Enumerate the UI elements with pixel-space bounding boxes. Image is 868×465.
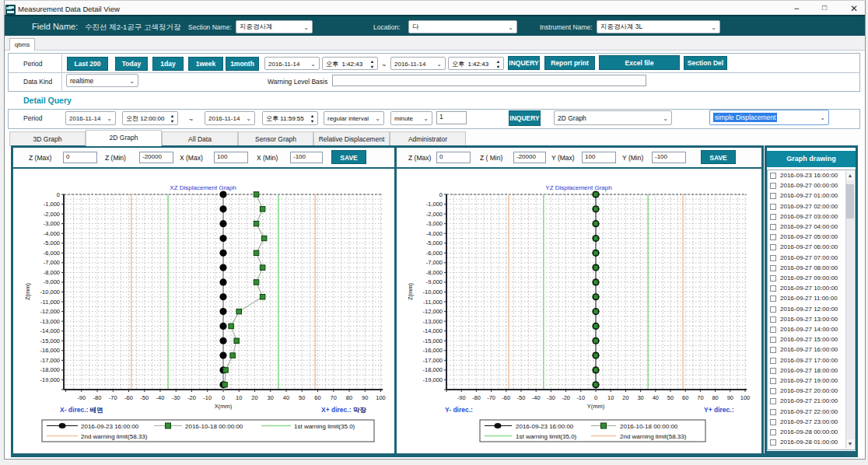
svg-text:-2,000: -2,000	[44, 211, 60, 218]
svg-text:-8,000: -8,000	[426, 269, 443, 276]
svg-text:-70: -70	[109, 394, 117, 401]
svg-text:-15,000: -15,000	[40, 337, 60, 344]
svg-text:-19,000: -19,000	[423, 376, 443, 383]
svg-text:-9,000: -9,000	[44, 278, 60, 285]
svg-text:100: 100	[376, 394, 386, 401]
svg-text:YZ Displacement Graph: YZ Displacement Graph	[545, 184, 611, 191]
svg-text:2016-09-23 16:00:00: 2016-09-23 16:00:00	[516, 423, 574, 430]
svg-text:-14,000: -14,000	[40, 327, 60, 334]
svg-text:-20: -20	[562, 394, 570, 401]
svg-text:-1,000: -1,000	[426, 201, 443, 208]
svg-text:100: 100	[740, 394, 751, 401]
svg-text:-13,000: -13,000	[423, 318, 443, 325]
svg-text:Y+ direc.:: Y+ direc.:	[704, 406, 734, 414]
svg-text:1st warning limit(35.0): 1st warning limit(35.0)	[294, 423, 355, 430]
svg-text:-16,000: -16,000	[40, 347, 60, 354]
svg-text:2016-10-18 00:00:00: 2016-10-18 00:00:00	[185, 423, 243, 430]
svg-text:-1,000: -1,000	[44, 201, 60, 208]
svg-text:0: 0	[222, 394, 225, 401]
svg-text:40: 40	[283, 394, 289, 401]
svg-text:-15,000: -15,000	[423, 337, 443, 344]
svg-text:-16,000: -16,000	[423, 347, 443, 354]
svg-text:-6,000: -6,000	[426, 250, 443, 257]
svg-text:Z(mm): Z(mm)	[24, 282, 31, 300]
svg-text:-7,000: -7,000	[426, 259, 443, 266]
svg-text:-50: -50	[517, 394, 526, 401]
svg-text:-10: -10	[203, 394, 212, 401]
svg-text:1st warning limit(35.0): 1st warning limit(35.0)	[516, 433, 577, 440]
svg-text:XZ Displacement Graph: XZ Displacement Graph	[170, 184, 236, 191]
svg-text:-4,000: -4,000	[44, 230, 60, 237]
svg-text:-70: -70	[487, 394, 495, 401]
svg-text:-14,000: -14,000	[423, 327, 443, 334]
svg-text:-40: -40	[156, 394, 165, 401]
svg-text:-5,000: -5,000	[426, 239, 443, 246]
svg-text:60: 60	[682, 394, 688, 401]
svg-text:-18,000: -18,000	[423, 366, 443, 373]
svg-text:-50: -50	[140, 394, 149, 401]
svg-text:-9,000: -9,000	[426, 278, 443, 285]
svg-text:-10,000: -10,000	[40, 288, 60, 295]
svg-text:-11,000: -11,000	[40, 299, 60, 306]
svg-text:80: 80	[346, 394, 352, 401]
svg-text:-6,000: -6,000	[44, 250, 60, 257]
svg-text:2016-09-23 16:00:00: 2016-09-23 16:00:00	[81, 423, 139, 430]
svg-text:-11,000: -11,000	[423, 299, 443, 306]
svg-text:90: 90	[727, 394, 733, 401]
svg-text:-3,000: -3,000	[44, 220, 60, 227]
svg-text:10: 10	[236, 394, 242, 401]
svg-text:X+ direc.: 막장: X+ direc.: 막장	[321, 406, 366, 414]
svg-text:-30: -30	[547, 394, 555, 401]
svg-text:X- direc.: 배면: X- direc.: 배면	[60, 406, 103, 414]
svg-text:30: 30	[637, 394, 643, 401]
svg-text:-40: -40	[532, 394, 541, 401]
svg-text:10: 10	[607, 394, 614, 401]
svg-text:-80: -80	[472, 394, 481, 401]
svg-text:-3,000: -3,000	[426, 220, 443, 227]
svg-text:2nd warning limit(58.33): 2nd warning limit(58.33)	[620, 433, 687, 440]
svg-text:-13,000: -13,000	[40, 318, 60, 325]
svg-text:80: 80	[712, 394, 718, 401]
svg-text:X(mm): X(mm)	[215, 403, 233, 410]
svg-text:20: 20	[251, 394, 257, 401]
svg-text:-17,000: -17,000	[423, 357, 443, 364]
svg-text:50: 50	[299, 394, 305, 401]
svg-text:40: 40	[653, 394, 659, 401]
svg-text:30: 30	[268, 394, 274, 401]
svg-text:-12,000: -12,000	[423, 308, 443, 315]
svg-text:0: 0	[439, 191, 443, 198]
svg-text:-30: -30	[172, 394, 180, 401]
svg-text:-18,000: -18,000	[40, 366, 60, 373]
svg-text:70: 70	[697, 394, 703, 401]
svg-text:-10: -10	[576, 394, 585, 401]
svg-text:-12,000: -12,000	[40, 308, 60, 315]
svg-text:90: 90	[362, 394, 368, 401]
svg-text:-8,000: -8,000	[44, 269, 60, 276]
svg-text:-10,000: -10,000	[423, 288, 443, 295]
svg-text:2nd warning limit(58.33): 2nd warning limit(58.33)	[81, 433, 148, 440]
svg-text:Y(mm): Y(mm)	[587, 403, 605, 410]
svg-text:20: 20	[622, 394, 628, 401]
svg-text:-80: -80	[93, 394, 102, 401]
svg-text:0: 0	[594, 394, 597, 401]
svg-text:-4,000: -4,000	[426, 230, 443, 237]
svg-text:-2,000: -2,000	[426, 211, 443, 218]
svg-text:Z(mm): Z(mm)	[407, 282, 414, 300]
svg-text:-60: -60	[502, 394, 510, 401]
svg-text:50: 50	[667, 394, 674, 401]
svg-text:-17,000: -17,000	[40, 357, 60, 364]
svg-text:2016-10-18 00:00:00: 2016-10-18 00:00:00	[620, 423, 678, 430]
svg-text:-19,000: -19,000	[40, 376, 60, 383]
svg-text:-90: -90	[77, 394, 86, 401]
svg-text:-90: -90	[457, 394, 466, 401]
svg-text:-5,000: -5,000	[44, 239, 60, 246]
svg-text:-20: -20	[187, 394, 196, 401]
svg-text:0: 0	[57, 191, 60, 198]
svg-text:70: 70	[331, 394, 337, 401]
svg-text:-60: -60	[124, 394, 133, 401]
svg-text:Y- direc.:: Y- direc.:	[445, 406, 473, 414]
svg-text:60: 60	[314, 394, 320, 401]
svg-text:-7,000: -7,000	[44, 259, 60, 266]
